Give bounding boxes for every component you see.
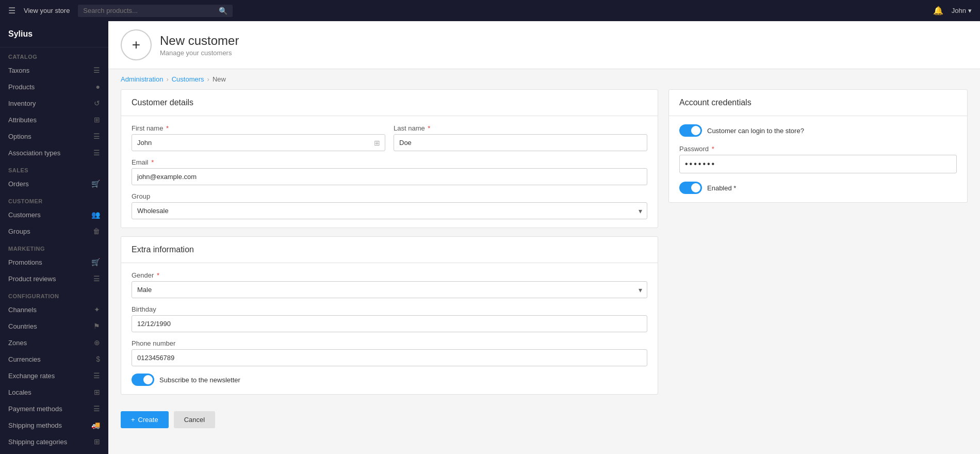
search-bar: 🔍 bbox=[78, 5, 233, 17]
sidebar-item-label: Products bbox=[8, 83, 35, 91]
password-label: Password * bbox=[679, 145, 957, 153]
sidebar-item-locales[interactable]: Locales ⊞ bbox=[0, 384, 108, 400]
sidebar-item-exchange-rates[interactable]: Exchange rates ☰ bbox=[0, 367, 108, 384]
attributes-icon: ⊞ bbox=[94, 116, 100, 124]
main-layout: Sylius Catalog Taxons ☰ Products ● Inven… bbox=[0, 21, 980, 454]
password-input[interactable] bbox=[679, 155, 957, 173]
enabled-required: * bbox=[733, 184, 736, 192]
email-label: Email * bbox=[132, 158, 647, 166]
sidebar-item-inventory[interactable]: Inventory ↺ bbox=[0, 95, 108, 111]
sidebar-item-channels[interactable]: Channels ✦ bbox=[0, 301, 108, 318]
association-types-icon: ☰ bbox=[93, 149, 100, 157]
breadcrumb-administration[interactable]: Administration bbox=[121, 75, 163, 83]
page-header-icon: + bbox=[121, 29, 152, 60]
sidebar-item-label: Product reviews bbox=[8, 275, 56, 283]
action-bar: + Create Cancel bbox=[121, 403, 658, 436]
sidebar-item-label: Orders bbox=[8, 180, 29, 188]
taxons-icon: ☰ bbox=[93, 66, 100, 74]
content-area: + New customer Manage your customers Adm… bbox=[108, 21, 980, 454]
sidebar-item-taxons[interactable]: Taxons ☰ bbox=[0, 62, 108, 78]
sidebar-item-options[interactable]: Options ☰ bbox=[0, 128, 108, 144]
extra-information-body: Gender * Male Female Other ▾ bbox=[121, 263, 658, 394]
chevron-down-icon: ▾ bbox=[968, 7, 972, 14]
promotions-icon: 🛒 bbox=[91, 258, 100, 266]
inventory-icon: ↺ bbox=[94, 99, 100, 107]
sidebar-item-shipping-methods[interactable]: Shipping methods 🚚 bbox=[0, 417, 108, 433]
gender-select[interactable]: Male Female Other bbox=[132, 281, 647, 298]
shipping-methods-icon: 🚚 bbox=[91, 421, 100, 429]
first-name-group: First name * ⊞ bbox=[132, 124, 385, 151]
sidebar-item-attributes[interactable]: Attributes ⊞ bbox=[0, 111, 108, 128]
breadcrumb: Administration › Customers › New bbox=[108, 69, 980, 89]
sidebar-item-label: Inventory bbox=[8, 100, 36, 107]
notifications-icon[interactable]: 🔔 bbox=[933, 6, 943, 15]
newsletter-toggle-wrapper: Subscribe to the newsletter bbox=[132, 374, 647, 386]
enabled-toggle[interactable] bbox=[679, 182, 702, 194]
breadcrumb-sep-2: › bbox=[207, 75, 209, 83]
last-name-group: Last name * bbox=[394, 124, 647, 151]
password-required: * bbox=[712, 145, 714, 153]
sidebar-section-marketing: Marketing bbox=[0, 239, 108, 254]
sidebar-item-customers[interactable]: Customers 👥 bbox=[0, 206, 108, 223]
topbar: ☰ View your store 🔍 🔔 John ▾ bbox=[0, 0, 980, 21]
group-select[interactable]: Wholesale Retail VIP bbox=[132, 202, 647, 219]
sidebar-section-customer: Customer bbox=[0, 192, 108, 206]
sidebar-item-orders[interactable]: Orders 🛒 bbox=[0, 175, 108, 192]
email-input[interactable] bbox=[132, 168, 647, 185]
sidebar-item-shipping-categories[interactable]: Shipping categories ⊞ bbox=[0, 433, 108, 450]
can-login-toggle[interactable] bbox=[679, 124, 702, 137]
last-name-label: Last name * bbox=[394, 124, 647, 132]
cancel-button[interactable]: Cancel bbox=[174, 411, 215, 428]
exchange-rates-icon: ☰ bbox=[93, 371, 100, 380]
sidebar-item-label: Exchange rates bbox=[8, 372, 55, 380]
sidebar-item-label: Currencies bbox=[8, 355, 41, 363]
sidebar-item-promotions[interactable]: Promotions 🛒 bbox=[0, 254, 108, 270]
breadcrumb-customers[interactable]: Customers bbox=[172, 75, 204, 83]
email-required: * bbox=[151, 158, 154, 166]
groups-icon: 🗑 bbox=[93, 227, 100, 235]
currencies-icon: $ bbox=[96, 355, 100, 363]
group-group: Group Wholesale Retail VIP ▾ bbox=[132, 192, 647, 219]
sidebar-item-label: Taxons bbox=[8, 67, 29, 74]
sidebar-item-label: Locales bbox=[8, 388, 31, 396]
user-menu[interactable]: John ▾ bbox=[952, 7, 972, 14]
account-credentials-card: Account credentials Customer can login t… bbox=[668, 89, 968, 203]
sidebar-item-tax-categories[interactable]: Tax categories ⊕ bbox=[0, 450, 108, 454]
group-label: Group bbox=[132, 192, 647, 200]
first-name-input[interactable] bbox=[132, 134, 385, 151]
sidebar-item-payment-methods[interactable]: Payment methods ☰ bbox=[0, 400, 108, 417]
sidebar-item-association-types[interactable]: Association types ☰ bbox=[0, 144, 108, 161]
breadcrumb-current: New bbox=[213, 75, 226, 83]
newsletter-toggle[interactable] bbox=[132, 374, 154, 386]
sidebar-item-product-reviews[interactable]: Product reviews ☰ bbox=[0, 270, 108, 287]
create-button[interactable]: + Create bbox=[121, 411, 169, 428]
customer-details-card: Customer details First name * ⊞ bbox=[121, 89, 658, 228]
zones-icon: ⊕ bbox=[94, 338, 100, 347]
last-name-input[interactable] bbox=[394, 134, 647, 151]
first-name-icon: ⊞ bbox=[374, 139, 380, 147]
sidebar-item-countries[interactable]: Countries ⚑ bbox=[0, 318, 108, 334]
extra-information-title: Extra information bbox=[121, 237, 658, 263]
phone-input[interactable] bbox=[132, 349, 647, 366]
menu-icon[interactable]: ☰ bbox=[8, 6, 15, 15]
name-row: First name * ⊞ Last name bbox=[132, 124, 647, 151]
sidebar-item-label: Zones bbox=[8, 339, 27, 347]
search-input[interactable] bbox=[83, 7, 216, 14]
sidebar-item-products[interactable]: Products ● bbox=[0, 78, 108, 95]
newsletter-label: Subscribe to the newsletter bbox=[159, 376, 240, 384]
sidebar-item-groups[interactable]: Groups 🗑 bbox=[0, 223, 108, 239]
birthday-group: Birthday bbox=[132, 305, 647, 332]
sidebar-item-zones[interactable]: Zones ⊕ bbox=[0, 334, 108, 351]
enabled-label: Enabled * bbox=[707, 184, 736, 192]
sidebar-item-label: Customers bbox=[8, 211, 41, 219]
newsletter-toggle-slider bbox=[132, 374, 154, 386]
sidebar-item-currencies[interactable]: Currencies $ bbox=[0, 351, 108, 367]
birthday-label: Birthday bbox=[132, 305, 647, 313]
birthday-input[interactable] bbox=[132, 315, 647, 332]
shipping-categories-icon: ⊞ bbox=[94, 437, 100, 446]
orders-icon: 🛒 bbox=[91, 180, 100, 188]
customer-details-title: Customer details bbox=[121, 90, 658, 116]
sidebar-item-label: Association types bbox=[8, 149, 60, 157]
view-store-link[interactable]: View your store bbox=[24, 7, 70, 14]
gender-group: Gender * Male Female Other ▾ bbox=[132, 271, 647, 298]
